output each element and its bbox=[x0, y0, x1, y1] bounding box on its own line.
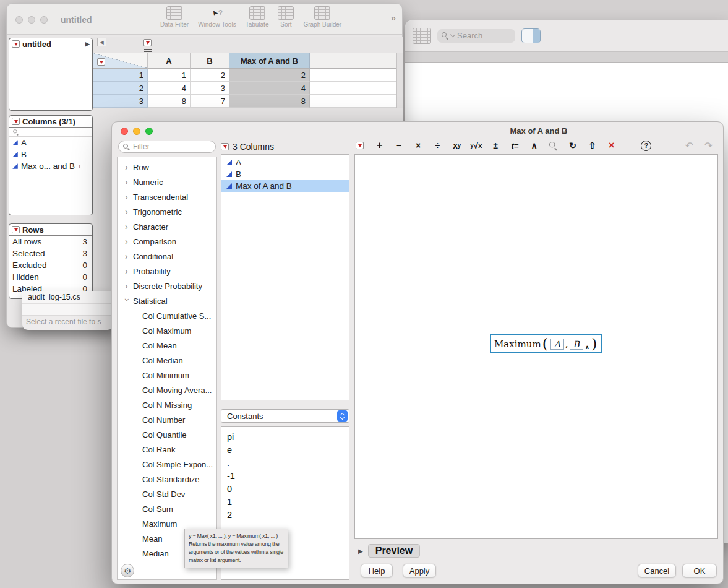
column-header-max[interactable]: Max of A and B bbox=[229, 53, 310, 69]
minimize-button[interactable] bbox=[133, 128, 140, 135]
cancel-button[interactable]: Cancel bbox=[638, 564, 676, 577]
window-tools-tool[interactable]: ➤? Window Tools bbox=[198, 6, 236, 28]
column-item-b[interactable]: B bbox=[221, 168, 349, 180]
function-group-comparison[interactable]: ›Comparison bbox=[118, 234, 216, 249]
apply-button[interactable]: Apply bbox=[403, 564, 436, 577]
function-item[interactable]: Col Maximum bbox=[118, 323, 216, 338]
help-circle-button[interactable]: ? bbox=[636, 139, 656, 152]
cell-empty[interactable] bbox=[310, 82, 396, 95]
function-group-numeric[interactable]: ›Numeric bbox=[118, 175, 216, 189]
scroll-left-button[interactable]: ◀ bbox=[97, 38, 106, 46]
redo-button[interactable]: ↷ bbox=[699, 139, 718, 152]
constants-dropdown[interactable]: Constants bbox=[221, 409, 349, 423]
function-item[interactable]: Col Mean bbox=[118, 338, 216, 353]
cell-b[interactable]: 7 bbox=[191, 95, 229, 108]
cell-max[interactable]: 8 bbox=[229, 95, 310, 108]
function-item[interactable]: Col Median bbox=[118, 353, 216, 368]
constant-item[interactable]: 0 bbox=[227, 482, 349, 495]
zoom-button[interactable] bbox=[145, 128, 153, 135]
function-group-row[interactable]: ›Row bbox=[118, 160, 216, 175]
function-item[interactable]: Col Sum bbox=[118, 501, 216, 516]
sidebar-toggle-icon[interactable] bbox=[521, 28, 541, 43]
multiply-button[interactable]: × bbox=[409, 139, 428, 152]
recent-file-item[interactable] bbox=[22, 304, 113, 316]
insert-plus-button[interactable]: + bbox=[370, 139, 389, 152]
cell-empty[interactable] bbox=[310, 69, 396, 82]
constant-item[interactable]: . bbox=[227, 456, 349, 469]
red-triangle-menu-icon[interactable] bbox=[356, 142, 364, 149]
delete-expression-button[interactable]: × bbox=[602, 139, 621, 152]
recent-file-item[interactable]: audit_log-15.cs bbox=[22, 291, 113, 304]
function-item[interactable]: Col Rank bbox=[118, 442, 216, 457]
red-triangle-menu-icon[interactable] bbox=[143, 39, 152, 46]
disclosure-triangle-icon[interactable]: ▶ bbox=[358, 548, 363, 555]
local-variable-button[interactable]: t= bbox=[505, 139, 525, 152]
search-field[interactable] bbox=[437, 29, 515, 43]
constant-item[interactable]: 1 bbox=[227, 495, 349, 508]
graph-builder-tool[interactable]: Graph Builder bbox=[303, 6, 341, 28]
function-item[interactable]: Col Cumulative S... bbox=[118, 308, 216, 323]
formula-expression[interactable]: Maximum ( A , B ∧ ) bbox=[490, 334, 602, 353]
row-number-cell[interactable]: 1 bbox=[93, 69, 148, 82]
column-list-item[interactable]: B bbox=[9, 149, 92, 160]
function-item[interactable]: Col Simple Expon... bbox=[118, 457, 216, 472]
function-item[interactable]: Col Moving Avera... bbox=[118, 383, 216, 397]
formula-canvas[interactable]: Maximum ( A , B ∧ ) bbox=[354, 154, 718, 539]
red-triangle-menu-icon[interactable] bbox=[12, 226, 20, 233]
peel-expression-button[interactable]: ∧ bbox=[525, 139, 544, 152]
cell-b[interactable]: 2 bbox=[191, 69, 229, 82]
zoom-button[interactable] bbox=[544, 139, 563, 152]
function-group-probability[interactable]: ›Probability bbox=[118, 264, 216, 279]
column-header-b[interactable]: B bbox=[191, 53, 229, 69]
rotate-term-button[interactable]: ↻ bbox=[563, 139, 583, 152]
help-button[interactable]: Help bbox=[361, 564, 393, 577]
switch-sign-button[interactable]: ± bbox=[486, 139, 505, 152]
cell-a[interactable]: 4 bbox=[148, 82, 191, 95]
cell-a[interactable]: 1 bbox=[148, 69, 191, 82]
cell-b[interactable]: 3 bbox=[191, 82, 229, 95]
filter-input[interactable] bbox=[133, 142, 201, 151]
columns-search-row[interactable] bbox=[9, 128, 92, 137]
ok-button[interactable]: OK bbox=[682, 564, 717, 577]
constant-item[interactable]: e bbox=[227, 443, 349, 456]
red-triangle-menu-icon[interactable] bbox=[221, 143, 229, 150]
minimize-button[interactable] bbox=[28, 16, 35, 24]
sort-tool[interactable]: Sort bbox=[278, 6, 294, 28]
function-group-statistical[interactable]: ›Statistical bbox=[118, 293, 216, 308]
preview-disclosure[interactable]: ▶ Preview bbox=[354, 543, 420, 559]
column-list-item[interactable]: Max o... and B + bbox=[9, 160, 92, 172]
settings-gear-button[interactable]: ⚙ bbox=[121, 564, 134, 577]
close-button[interactable] bbox=[15, 16, 23, 24]
cell-max[interactable]: 4 bbox=[229, 82, 310, 95]
tabulate-tool[interactable]: Tabulate bbox=[246, 6, 269, 28]
function-group-transcendental[interactable]: ›Transcendental bbox=[118, 189, 216, 204]
column-list-item[interactable]: A bbox=[9, 137, 92, 149]
function-item[interactable]: Col Number bbox=[118, 412, 216, 427]
divide-button[interactable]: ÷ bbox=[428, 139, 447, 152]
data-filter-tool[interactable]: Data Filter bbox=[160, 6, 189, 28]
search-input[interactable] bbox=[457, 31, 507, 40]
function-item[interactable]: Col Std Dev bbox=[118, 486, 216, 501]
function-item[interactable]: Col Quantile bbox=[118, 427, 216, 442]
function-group-character[interactable]: ›Character bbox=[118, 219, 216, 234]
function-group-trigonometric[interactable]: ›Trigonometric bbox=[118, 204, 216, 219]
row-number-cell[interactable]: 3 bbox=[93, 95, 148, 108]
function-group-discrete-probability[interactable]: ›Discrete Probability bbox=[118, 279, 216, 293]
minus-button[interactable]: − bbox=[389, 139, 408, 152]
column-item-max-selected[interactable]: Max of A and B bbox=[221, 180, 349, 192]
column-item-a[interactable]: A bbox=[221, 157, 349, 168]
column-header-a[interactable]: A bbox=[148, 53, 191, 69]
formula-function-name[interactable]: Maximum bbox=[494, 339, 541, 350]
close-button[interactable] bbox=[121, 128, 128, 135]
formula-arg-b[interactable]: B bbox=[570, 339, 583, 350]
function-group-conditional[interactable]: ›Conditional bbox=[118, 249, 216, 264]
filter-field[interactable] bbox=[118, 141, 216, 153]
constant-item[interactable]: 2 bbox=[227, 508, 349, 521]
power-button[interactable]: xy bbox=[447, 139, 466, 152]
function-item[interactable]: Col N Missing bbox=[118, 397, 216, 412]
column-header-empty[interactable] bbox=[310, 53, 396, 69]
row-number-cell[interactable]: 2 bbox=[93, 82, 148, 95]
function-item[interactable]: Col Minimum bbox=[118, 368, 216, 383]
cell-max[interactable]: 2 bbox=[229, 69, 310, 82]
panel-disclosure-icon[interactable]: ▶ bbox=[85, 41, 90, 47]
